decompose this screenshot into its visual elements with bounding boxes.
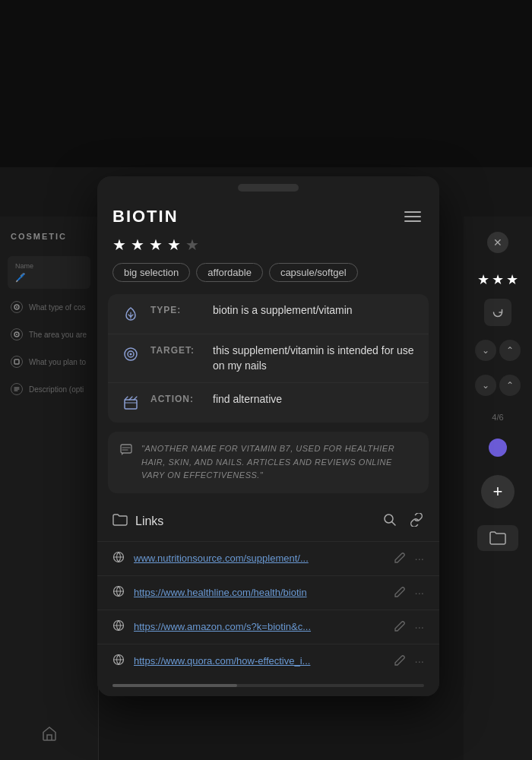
tag-affordable[interactable]: affordable [196,263,263,282]
right-star-3: ★ [506,271,518,288]
chevron-group-1: ⌄ ⌃ [475,337,521,361]
svg-rect-16 [125,400,137,409]
purple-indicator [489,439,507,457]
more-icon-3[interactable]: ··· [414,654,424,667]
item-icon-3 [11,383,23,395]
item-text-2: What you plan to [29,358,86,366]
edit-icon-3[interactable] [394,654,405,668]
type-value: biotin is a supplement/vitamin [213,303,353,318]
link-row-1: https://www.healthline.com/health/biotin… [97,575,439,610]
scroll-hint [112,684,424,687]
links-folder-icon [112,513,128,530]
item-icon-1 [11,328,23,340]
star-4[interactable]: ★ [167,236,181,254]
globe-icon-3 [112,654,125,669]
type-icon [120,303,141,325]
edit-icon-2[interactable] [394,620,405,634]
quote-text: "ANOTHER NAME FOR VITAMIN B7, USED FOR H… [141,442,416,483]
svg-point-15 [130,353,132,356]
svg-rect-12 [14,359,19,364]
link-row-0: www.nutritionsource.com/supplement/... ·… [97,541,439,575]
hamburger-line-1 [404,211,421,213]
tag-capsule[interactable]: capsule/softgel [269,263,358,282]
item-text-0: What type of cos [29,303,85,312]
left-panel-item-2[interactable]: What you plan to [0,348,98,375]
folder-button[interactable] [477,525,518,551]
more-icon-0[interactable]: ··· [414,552,424,565]
target-row: TARGET: this supplement/vitamin is inten… [108,334,429,382]
target-label: TARGET: [150,344,204,356]
right-star-1: ★ [477,271,489,288]
hamburger-line-3 [404,220,421,222]
notch-bar [97,176,439,199]
link-url-2[interactable]: https://www.amazon.com/s?k=biotin&c... [134,621,385,632]
refresh-button[interactable] [484,299,511,326]
chevrons-row-1: ⌄ ⌃ [475,340,521,361]
tag-big-selection[interactable]: big selection [112,263,190,282]
action-row: ACTION: find alternative [108,382,429,423]
chevron-down-2[interactable]: ⌄ [475,375,496,396]
main-card: BIOTIN ★ ★ ★ ★ ★ big selection affordabl… [97,176,439,696]
target-icon [120,344,141,365]
action-label: ACTION: [150,392,204,404]
more-icon-1[interactable]: ··· [414,586,424,599]
more-icon-2[interactable]: ··· [414,620,424,633]
globe-icon-2 [112,619,125,635]
name-field[interactable]: Name 🖊️ [8,256,90,289]
action-value: find alternative [213,392,282,407]
edit-icon-0[interactable] [394,552,405,565]
links-header-left: Links [112,513,163,530]
item-text-1: The area you are [29,331,87,339]
globe-icon-1 [112,585,125,600]
star-3[interactable]: ★ [149,236,163,254]
right-stars: ★ ★ ★ [477,271,518,288]
card-header: BIOTIN [97,199,439,233]
info-section: TYPE: biotin is a supplement/vitamin TAR… [108,294,429,423]
star-5[interactable]: ★ [185,236,199,254]
link-url-1[interactable]: https://www.healthline.com/health/biotin [134,587,385,598]
hamburger-line-2 [404,216,421,217]
links-header-right [383,513,424,530]
item-icon-0 [11,301,23,313]
chevron-down-1[interactable]: ⌄ [475,340,496,361]
left-panel-section-label: COSMETIC [0,226,98,252]
links-section: Links [97,502,439,696]
menu-button[interactable] [401,208,424,225]
quote-icon [120,442,132,459]
left-panel-item-1[interactable]: The area you are [0,321,98,348]
star-2[interactable]: ★ [131,236,144,254]
right-panel: ✕ ★ ★ ★ ⌄ ⌃ ⌄ ⌃ 4/6 + [464,217,532,760]
scroll-thumb [112,684,237,687]
right-star-2: ★ [492,271,504,288]
left-panel-item-3[interactable]: Description (opti [0,375,98,403]
link-row-3: https://www.quora.com/how-effective_i...… [97,644,439,678]
card-title: BIOTIN [112,207,179,226]
chevron-up-2[interactable]: ⌃ [499,375,521,396]
link-url-3[interactable]: https://www.quora.com/how-effective_i... [134,655,385,667]
link-url-0[interactable]: www.nutritionsource.com/supplement/... [134,553,385,564]
search-icon[interactable] [383,513,397,530]
action-icon [120,392,141,413]
stars-row: ★ ★ ★ ★ ★ [97,233,439,263]
left-panel: COSMETIC Name 🖊️ What type of cos The ar… [0,217,99,760]
star-1[interactable]: ★ [112,236,126,254]
left-panel-item-0[interactable]: What type of cos [0,293,98,321]
links-header: Links [97,502,439,541]
globe-icon-0 [112,551,125,566]
type-label: TYPE: [150,303,204,315]
page-count: 4/6 [492,413,503,422]
svg-rect-17 [121,445,131,453]
home-icon[interactable] [41,725,58,745]
add-button[interactable]: + [481,475,515,508]
edit-icon-1[interactable] [394,586,405,600]
chevron-up-1[interactable]: ⌃ [499,340,521,361]
item-text-3: Description (opti [29,385,84,394]
item-icon-2 [11,356,23,368]
tags-row: big selection affordable capsule/softgel [97,263,439,294]
close-button[interactable]: ✕ [487,232,508,253]
quote-block: "ANOTHER NAME FOR VITAMIN B7, USED FOR H… [108,432,429,493]
link-icon[interactable] [409,513,424,530]
link-row-2: https://www.amazon.com/s?k=biotin&c... ·… [97,610,439,644]
target-value: this supplement/vitamin is intended for … [213,344,416,373]
svg-point-9 [16,306,17,308]
